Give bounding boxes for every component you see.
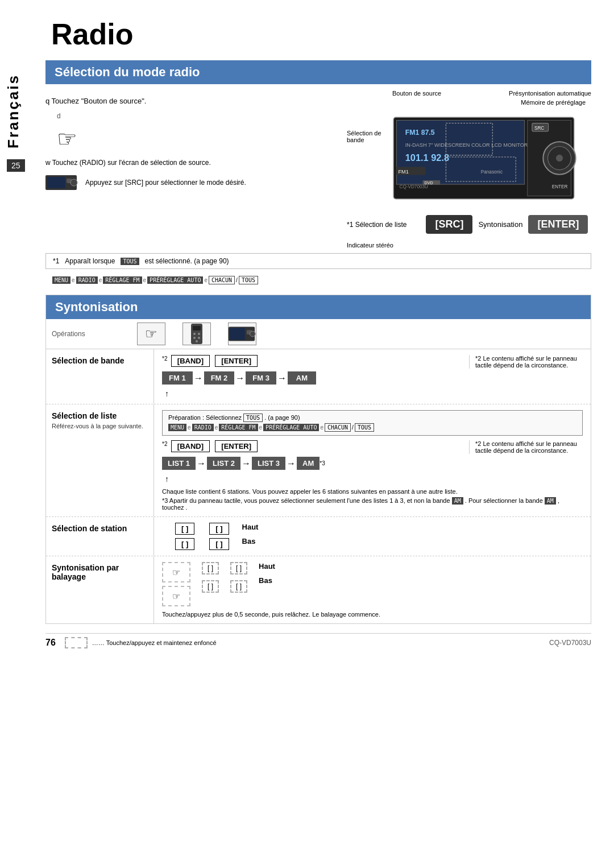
station-bas: Bas: [242, 537, 259, 545]
svg-point-30: [196, 340, 198, 342]
cell-balayage-title: Syntonisation par balayage: [46, 556, 154, 623]
menu-path-liste: MENU e RADIO e RÉGLAGE FM e PRÉRÉGLAGE A…: [168, 423, 576, 432]
section-syntonisation: Syntonisation Opérations ☞: [45, 295, 591, 624]
radio-device-diagram: FM1 87.5 IN-DASH 7" WIDESCREEN COLOR LCD…: [388, 107, 591, 209]
section1-right-col: Bouton de source Présyntonisation automa…: [347, 90, 591, 249]
svg-rect-1: [47, 177, 65, 188]
note-asterisk: *1: [53, 257, 59, 265]
svg-point-3: [70, 179, 77, 186]
enter-btn-bande: [ENTER]: [215, 355, 258, 367]
station-col-remote: [ ] [ ]: [173, 523, 196, 550]
prep-rest: . (a page 90): [264, 414, 300, 421]
bande-note: *2 Le contenu affiché sur le panneau tac…: [469, 355, 583, 369]
liste-detail1: Chaque liste contient 6 stations. Vous p…: [162, 488, 583, 495]
balayage-unit-bas: [ ]: [230, 580, 247, 593]
unit-icon: [229, 325, 256, 342]
band-am: AM: [288, 371, 316, 385]
balayage-remote-haut: [ ]: [202, 562, 219, 574]
sup3: *3: [320, 460, 325, 466]
balayage-footer-note: Touchez/appuyez plus de 0,5 seconde, pui…: [162, 611, 583, 618]
svg-point-26: [193, 333, 196, 335]
cell-bande-title: Sélection de bande: [46, 349, 154, 404]
station-haut-bas: Haut Bas: [242, 523, 259, 545]
section-selection-mode: Sélection du mode radio q Touchez "Bouto…: [45, 60, 591, 289]
src-note-row: Appuyez sur [SRC] pour sélectionner le m…: [45, 174, 335, 191]
svg-text:SRC: SRC: [534, 126, 544, 131]
svg-point-28: [193, 337, 196, 339]
station-unit-haut: [ ]: [208, 523, 230, 535]
list-arrow1: →: [197, 458, 206, 469]
svg-rect-32: [230, 328, 245, 340]
station-bracket3: [ ]: [209, 523, 229, 535]
svg-point-27: [198, 333, 200, 335]
list-2: LIST 2: [207, 457, 240, 470]
station-bracket1: [ ]: [175, 523, 194, 535]
mini-device-icon: [45, 174, 80, 191]
note-rest: est sélectionné. (a page 90): [145, 257, 229, 265]
menu-item-tous: TOUS: [239, 276, 258, 284]
band-fm1: FM 1: [162, 371, 193, 385]
page-footer: 76 …… Touchez/appuyez et maintenez enfon…: [45, 633, 591, 652]
balayage-haut-bas: Haut Bas: [259, 562, 275, 585]
station-col-unit: [ ] [ ]: [208, 523, 230, 550]
row-selection-station: Sélection de station [ ] [ ]: [46, 517, 591, 556]
arrow1: →: [194, 373, 203, 383]
balayage-col-remote: [ ] [ ]: [202, 562, 219, 593]
menu-item-reglage: RÉGLAGE FM: [103, 276, 142, 284]
band-fm3: FM 3: [246, 371, 276, 385]
label-presyntonisation: Présyntonisation automatique: [509, 90, 591, 97]
row-selection-liste: Sélection de liste Référez-vous à la pag…: [46, 404, 591, 517]
svg-text:101.1  92.8: 101.1 92.8: [405, 152, 449, 163]
svg-text:Panasonic: Panasonic: [480, 170, 502, 175]
list-1: LIST 1: [162, 457, 196, 470]
menu-path-row: MENU e RADIO e RÉGLAGE FM e PRÉRÉGLAGE A…: [45, 274, 591, 289]
balayage-inner: ☞ ☞ [ ] [ ] [ ] [ ] Haut: [162, 562, 583, 606]
prep-tous: TOUS: [243, 414, 263, 422]
balayage-unit-haut: [ ]: [230, 562, 247, 574]
band-btn: [BAND]: [171, 355, 210, 367]
page-number: 76: [45, 638, 56, 648]
list-arrow3: →: [287, 458, 296, 469]
top-labels-row2: Mémoire de préréglage: [347, 99, 591, 106]
station-bracket2: [ ]: [175, 538, 194, 550]
remote-icon: [188, 324, 205, 344]
svg-point-29: [198, 337, 200, 339]
footer-note-text: …… Touchez/appuyez et maintenez enfoncé: [92, 639, 217, 646]
section1-header: Sélection du mode radio: [45, 60, 591, 84]
touch-icon-box: ☞: [137, 323, 165, 345]
step2-text: w Touchez (RADIO) sur l'écran de sélecti…: [45, 158, 211, 168]
label-stereo: Indicateur stéréo: [347, 242, 591, 249]
row-balayage: Syntonisation par balayage ☞ ☞ [ ] [ ]: [46, 556, 591, 623]
hand-touch-icon: ☞: [57, 126, 335, 152]
svg-text:ENTER: ENTER: [551, 184, 567, 189]
arrow3: →: [277, 373, 287, 383]
station-inner: [ ] [ ] [ ] [ ]: [162, 523, 583, 550]
arrow2: →: [235, 373, 244, 383]
svg-text:FM1: FM1: [398, 169, 408, 175]
prep-box: Préparation : Sélectionnez TOUS . (a pag…: [162, 410, 583, 436]
liste-detail2: *3 Apartir du panneau tactile, vous pouv…: [162, 497, 583, 511]
label-selection-bande: Sélection de bande: [347, 130, 388, 143]
section1-left-col: q Touchez "Bouton de source". d ☞ w Touc…: [45, 90, 335, 249]
unit-icon-box: [228, 323, 256, 345]
svg-point-34: [250, 331, 255, 337]
list-3: LIST 3: [252, 457, 285, 470]
list-loop-arrow: ↑: [165, 474, 458, 483]
list-flow: LIST 1 → LIST 2 → LIST 3 → AM *3: [162, 457, 458, 470]
station-remote-bas: [ ]: [173, 538, 196, 550]
band-btn-liste: [BAND]: [171, 440, 210, 452]
enter-btn-liste: [ENTER]: [215, 440, 258, 452]
station-haut: Haut: [242, 523, 259, 531]
detail-am1: AM: [452, 497, 463, 505]
band-flow: FM 1 → FM 2 → FM 3 → AM: [162, 371, 458, 385]
bande-sup: *2: [162, 356, 167, 362]
cell-station-content: [ ] [ ] [ ] [ ]: [154, 517, 591, 556]
touch-hand-icon: ☞: [145, 326, 157, 342]
operations-label: Opérations: [52, 330, 120, 338]
menu-item-chacun: CHACUN: [209, 276, 235, 284]
step1-sub: d: [57, 112, 335, 120]
cell-liste-content: Préparation : Sélectionnez TOUS . (a pag…: [154, 404, 591, 516]
balayage-haut: Haut: [259, 562, 275, 571]
row-selection-bande: Sélection de bande *2 [BAND] [ENTER] FM …: [46, 349, 591, 404]
label-memoire: Mémoire de préréglage: [521, 99, 586, 106]
